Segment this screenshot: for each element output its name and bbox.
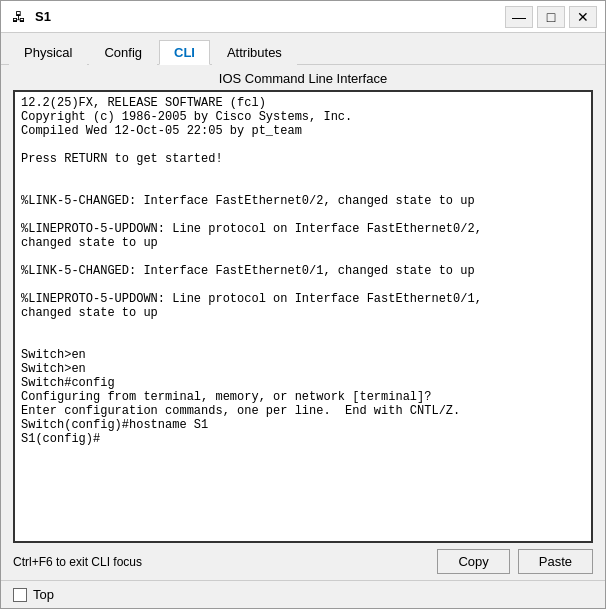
- minimize-button[interactable]: —: [505, 6, 533, 28]
- tab-config[interactable]: Config: [89, 40, 157, 65]
- cli-hint: Ctrl+F6 to exit CLI focus: [13, 555, 429, 569]
- cli-area: 12.2(25)FX, RELEASE SOFTWARE (fcl) Copyr…: [13, 90, 593, 543]
- tabs-bar: Physical Config CLI Attributes: [1, 33, 605, 65]
- main-window: 🖧 S1 — □ ✕ Physical Config CLI Attribute…: [0, 0, 606, 609]
- tab-attributes[interactable]: Attributes: [212, 40, 297, 65]
- window-title: S1: [35, 9, 505, 24]
- tab-physical[interactable]: Physical: [9, 40, 87, 65]
- footer-bar: Top: [1, 580, 605, 608]
- window-icon: 🖧: [9, 7, 29, 27]
- tab-cli[interactable]: CLI: [159, 40, 210, 65]
- bottom-bar: Ctrl+F6 to exit CLI focus Copy Paste: [1, 543, 605, 580]
- cli-header: IOS Command Line Interface: [1, 65, 605, 90]
- copy-button[interactable]: Copy: [437, 549, 509, 574]
- close-button[interactable]: ✕: [569, 6, 597, 28]
- paste-button[interactable]: Paste: [518, 549, 593, 574]
- top-checkbox[interactable]: [13, 588, 27, 602]
- top-label: Top: [33, 587, 54, 602]
- maximize-button[interactable]: □: [537, 6, 565, 28]
- window-controls: — □ ✕: [505, 6, 597, 28]
- title-bar: 🖧 S1 — □ ✕: [1, 1, 605, 33]
- cli-content[interactable]: 12.2(25)FX, RELEASE SOFTWARE (fcl) Copyr…: [15, 92, 591, 541]
